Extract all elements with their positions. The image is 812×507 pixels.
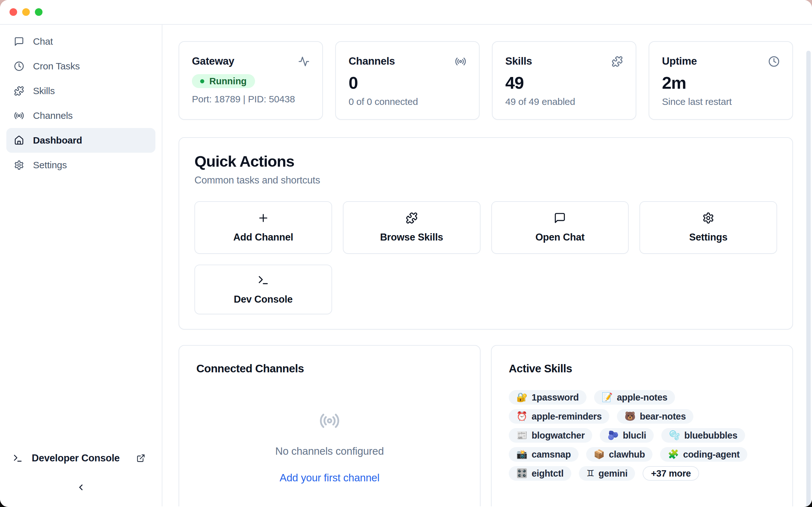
skill-chip: ♊gemini [579, 466, 635, 481]
settings-button[interactable]: Settings [640, 201, 777, 254]
skills-stat-card: Skills 49 49 of 49 enabled [492, 41, 636, 120]
skill-emoji: 📰 [516, 431, 527, 440]
skills-chip-list: 🔐1password 📝apple-notes ⏰apple-reminders… [509, 390, 775, 481]
clock-icon [768, 56, 780, 67]
skill-emoji: 🐻 [624, 412, 636, 421]
sidebar-item-label: Dashboard [33, 135, 82, 146]
browse-skills-button[interactable]: Browse Skills [343, 201, 480, 254]
chat-icon [14, 37, 24, 47]
sidebar: Chat Cron Tasks Skills [0, 25, 162, 506]
action-label: Add Channel [233, 232, 293, 243]
status-dot [200, 79, 204, 83]
add-channel-button[interactable]: Add Channel [194, 201, 332, 254]
sidebar-item-dashboard[interactable]: Dashboard [6, 128, 155, 153]
sidebar-item-channels[interactable]: Channels [6, 103, 155, 128]
channels-empty-text: No channels configured [275, 445, 384, 457]
skill-emoji: 🫧 [669, 431, 680, 440]
sidebar-item-chat[interactable]: Chat [6, 29, 155, 54]
skills-detail: 49 of 49 enabled [505, 96, 623, 107]
plus-icon [257, 212, 269, 224]
sidebar-item-skills[interactable]: Skills [6, 78, 155, 103]
dev-console-button[interactable]: Dev Console [194, 265, 332, 314]
add-first-channel-link[interactable]: Add your first channel [280, 472, 380, 484]
radio-icon [319, 410, 340, 431]
sidebar-item-settings[interactable]: Settings [6, 153, 155, 177]
skill-emoji: 📝 [602, 393, 613, 402]
quick-actions-grid: Add Channel Browse Skills Open Chat [194, 201, 777, 314]
quick-actions-title: Quick Actions [194, 153, 777, 170]
sidebar-item-label: Channels [33, 110, 72, 121]
quick-actions-card: Quick Actions Common tasks and shortcuts… [179, 137, 793, 330]
skill-emoji: 🧩 [668, 450, 679, 459]
skill-emoji: 📸 [516, 450, 527, 459]
developer-console-button[interactable]: Developer Console [13, 452, 145, 464]
open-chat-button[interactable]: Open Chat [491, 201, 629, 254]
more-skills-chip[interactable]: +37 more [643, 466, 699, 481]
action-label: Settings [689, 232, 728, 243]
skill-chip: ⏰apple-reminders [509, 409, 609, 424]
uptime-card-title: Uptime [662, 55, 697, 67]
gateway-stat-card: Gateway Running Port: 18789 | PID: 50438 [179, 41, 323, 120]
skill-chip: 📰blogwatcher [509, 428, 592, 443]
app-window: Chat Cron Tasks Skills [0, 0, 812, 507]
action-label: Browse Skills [380, 232, 443, 243]
close-window-button[interactable] [9, 8, 17, 16]
traffic-lights [9, 8, 43, 16]
sidebar-nav: Chat Cron Tasks Skills [0, 25, 162, 177]
clock-icon [14, 61, 24, 71]
channels-card-title: Channels [349, 55, 395, 67]
skill-emoji: ♊ [587, 469, 595, 478]
home-icon [14, 135, 24, 146]
minimize-window-button[interactable] [22, 8, 30, 16]
skill-emoji: 📦 [594, 450, 605, 459]
sidebar-item-cron-tasks[interactable]: Cron Tasks [6, 54, 155, 78]
skills-card-title: Skills [505, 55, 532, 67]
puzzle-icon [406, 212, 418, 224]
skill-chip: 🎛️eightctl [509, 466, 571, 481]
skill-emoji: ⏰ [516, 412, 527, 421]
skill-emoji: 🫐 [607, 431, 618, 440]
radio-icon [455, 56, 466, 67]
developer-console-label: Developer Console [32, 452, 119, 464]
gateway-card-title: Gateway [192, 55, 235, 67]
active-skills-title: Active Skills [509, 362, 775, 375]
puzzle-icon [612, 56, 623, 67]
sidebar-collapse-button[interactable] [72, 481, 90, 494]
gateway-status-badge: Running [192, 74, 255, 88]
terminal-icon [257, 274, 269, 286]
uptime-detail: Since last restart [662, 96, 780, 107]
skill-chip: 🫧bluebubbles [661, 428, 745, 443]
zoom-window-button[interactable] [35, 8, 43, 16]
chat-icon [554, 212, 566, 224]
active-skills-card: Active Skills 🔐1password 📝apple-notes ⏰a… [491, 345, 793, 506]
channels-detail: 0 of 0 connected [349, 96, 466, 107]
connected-channels-title: Connected Channels [196, 362, 463, 375]
puzzle-icon [14, 86, 24, 96]
connected-channels-card: Connected Channels No channels configure… [179, 345, 480, 506]
uptime-value: 2m [662, 74, 780, 91]
dashboard-main: Gateway Running Port: 18789 | PID: 50438… [162, 25, 812, 506]
radio-icon [14, 111, 24, 121]
quick-actions-subtitle: Common tasks and shortcuts [194, 175, 777, 186]
channels-empty-state: No channels configured Add your first ch… [196, 410, 463, 484]
stats-row: Gateway Running Port: 18789 | PID: 50438… [179, 41, 793, 120]
skill-chip: 🧩coding-agent [660, 447, 747, 462]
chevron-left-icon [76, 483, 86, 492]
activity-icon [298, 56, 310, 67]
sidebar-item-label: Cron Tasks [33, 61, 80, 72]
skill-emoji: 🔐 [516, 393, 527, 402]
vertical-scrollbar-thumb[interactable] [806, 51, 811, 506]
skill-emoji: 🎛️ [516, 469, 527, 478]
gateway-status-label: Running [209, 76, 247, 87]
skill-chip: 🔐1password [509, 390, 587, 405]
sidebar-item-label: Skills [33, 86, 55, 96]
channels-count: 0 [349, 74, 466, 91]
skill-chip: 🐻bear-notes [617, 409, 693, 424]
sidebar-item-label: Settings [33, 160, 67, 170]
action-label: Open Chat [536, 232, 585, 243]
channels-stat-card: Channels 0 0 of 0 connected [335, 41, 479, 120]
gear-icon [702, 212, 714, 224]
terminal-icon [13, 453, 23, 463]
action-label: Dev Console [234, 294, 293, 305]
skill-chip: 📝apple-notes [594, 390, 675, 405]
